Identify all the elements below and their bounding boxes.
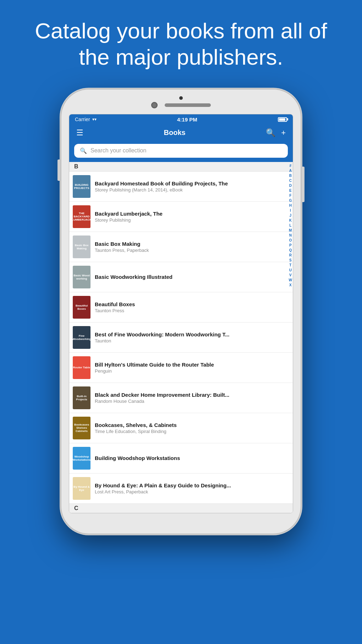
alpha-letter-g[interactable]: G (289, 198, 292, 203)
alpha-letter-a[interactable]: A (289, 168, 292, 173)
menu-icon[interactable]: ☰ (76, 128, 83, 137)
nav-actions: 🔍 + (266, 128, 286, 137)
alpha-letter-k[interactable]: K (289, 218, 292, 223)
search-bar[interactable]: 🔍 Search your collection (74, 144, 288, 158)
book-subtitle: Time Life Education, Spiral Binding (95, 429, 288, 434)
book-title: Beautiful Boxes (95, 301, 288, 307)
alpha-letter-s[interactable]: S (289, 258, 292, 263)
front-dot (179, 96, 183, 100)
alpha-letter-o[interactable]: O (289, 238, 292, 243)
book-subtitle: Taunton Press, Paperback (95, 248, 288, 253)
book-info: Basic Woodworking Illustrated (95, 274, 288, 280)
book-cover: Built-in Projects (73, 386, 90, 409)
book-cover: Router Table (73, 356, 90, 379)
book-cover: Beautiful Boxes (73, 296, 90, 319)
book-info: Basic Box MakingTaunton Press, Paperback (95, 241, 288, 253)
search-bar-container: 🔍 Search your collection (69, 141, 293, 162)
book-info: Black and Decker Home Improvement Librar… (95, 392, 288, 404)
book-cover: Basic Wood working (73, 266, 90, 288)
book-title: Bill Hylton's Ultimate Guide to the Rout… (95, 362, 288, 368)
screen: Carrier ▾▾ 4:19 PM ☰ Books 🔍 + (69, 114, 293, 513)
alpha-letter-i[interactable]: I (290, 208, 291, 213)
alpha-letter-t[interactable]: T (289, 263, 291, 267)
book-item[interactable]: BUILDING PROJECTSBackyard Homestead Book… (69, 172, 293, 202)
phone-wrapper: Carrier ▾▾ 4:19 PM ☰ Books 🔍 + (0, 88, 362, 535)
status-bar: Carrier ▾▾ 4:19 PM (69, 114, 293, 125)
section-header-b: B (69, 162, 293, 172)
book-item[interactable]: Built-in ProjectsBlack and Decker Home I… (69, 383, 293, 413)
book-title: Bookcases, Shelves, & Cabinets (95, 422, 288, 428)
add-icon[interactable]: + (281, 128, 286, 137)
alpha-letter-c[interactable]: C (289, 178, 292, 183)
status-right (278, 117, 287, 122)
book-item[interactable]: THE BACKYARD LUMBERJACKBackyard Lumberja… (69, 202, 293, 232)
book-item[interactable]: Router TableBill Hylton's Ultimate Guide… (69, 353, 293, 383)
book-list: B BUILDING PROJECTSBackyard Homestead Bo… (69, 162, 293, 513)
alpha-letter-u[interactable]: U (289, 268, 292, 272)
alpha-letter-v[interactable]: V (289, 273, 292, 277)
book-item[interactable]: Woodshop WorkstationsBuilding Woodshop W… (69, 443, 293, 473)
alpha-letter-l[interactable]: L (289, 223, 291, 228)
book-subtitle: Storey Publishing (95, 217, 288, 223)
book-info: Best of Fine Woodworking: Modern Woodwor… (95, 331, 288, 343)
alpha-letter-#[interactable]: # (289, 163, 291, 168)
search-bar-icon: 🔍 (80, 147, 87, 154)
phone-top (69, 99, 293, 114)
book-item[interactable]: Basic Wood workingBasic Woodworking Illu… (69, 262, 293, 292)
book-info: By Hound & Eye: A Plain & Easy Guide to … (95, 482, 288, 494)
front-camera (151, 102, 158, 108)
book-subtitle: Random House Canada (95, 399, 288, 404)
carrier-info: Carrier ▾▾ (75, 117, 97, 122)
book-cover: THE BACKYARD LUMBERJACK (73, 205, 90, 228)
book-item[interactable]: Basic Box MakingBasic Box MakingTaunton … (69, 232, 293, 262)
book-item[interactable]: Bookcases Shelves CabinetsBookcases, She… (69, 413, 293, 443)
book-subtitle: Storey Publishing (March 14, 2014), eBoo… (95, 187, 288, 193)
alpha-letter-h[interactable]: H (289, 203, 292, 208)
alpha-letter-x[interactable]: X (289, 283, 292, 287)
book-info: Backyard Lumberjack, TheStorey Publishin… (95, 211, 288, 223)
wifi-icon: ▾▾ (92, 117, 97, 122)
alpha-letter-n[interactable]: N (289, 233, 292, 238)
alpha-letter-f[interactable]: F (289, 193, 291, 198)
section-header-c: C (69, 504, 293, 513)
books-container: BUILDING PROJECTSBackyard Homestead Book… (69, 172, 293, 504)
speaker (165, 103, 211, 107)
book-info: Bookcases, Shelves, & CabinetsTime Life … (95, 422, 288, 434)
status-time: 4:19 PM (177, 117, 197, 123)
book-cover: Basic Box Making (73, 236, 90, 258)
book-subtitle: Taunton (95, 338, 288, 343)
book-title: Black and Decker Home Improvement Librar… (95, 392, 288, 398)
alpha-letter-p[interactable]: P (289, 243, 292, 248)
battery-icon (278, 117, 287, 122)
book-subtitle: Lost Art Press, Paperback (95, 489, 288, 494)
nav-bar: ☰ Books 🔍 + (69, 125, 293, 141)
alpha-letter-e[interactable]: E (289, 188, 292, 193)
book-title: By Hound & Eye: A Plain & Easy Guide to … (95, 482, 288, 488)
book-subtitle: Taunton Press (95, 308, 288, 313)
book-subtitle: Penguin (95, 368, 288, 374)
search-input[interactable]: Search your collection (90, 147, 146, 154)
alpha-letter-r[interactable]: R (289, 253, 292, 258)
alpha-letter-m[interactable]: M (289, 228, 292, 233)
alpha-letter-b[interactable]: B (289, 173, 292, 178)
book-item[interactable]: By Hound & EyeBy Hound & Eye: A Plain & … (69, 473, 293, 504)
book-title: Building Woodshop Workstations (95, 455, 288, 461)
search-icon[interactable]: 🔍 (266, 128, 275, 137)
phone: Carrier ▾▾ 4:19 PM ☰ Books 🔍 + (60, 88, 302, 535)
book-info: Bill Hylton's Ultimate Guide to the Rout… (95, 362, 288, 374)
nav-title: Books (164, 129, 186, 137)
book-title: Basic Woodworking Illustrated (95, 274, 288, 280)
book-cover: Fine Woodworking (73, 326, 90, 349)
alpha-letter-d[interactable]: D (289, 183, 292, 188)
alpha-letter-j[interactable]: J (289, 213, 291, 218)
alpha-letter-q[interactable]: Q (289, 248, 292, 253)
book-info: Building Woodshop Workstations (95, 455, 288, 461)
alpha-letter-w[interactable]: W (289, 278, 292, 282)
book-cover: Bookcases Shelves Cabinets (73, 417, 90, 439)
book-item[interactable]: Fine WoodworkingBest of Fine Woodworking… (69, 323, 293, 353)
book-item[interactable]: Beautiful BoxesBeautiful BoxesTaunton Pr… (69, 292, 293, 323)
alpha-index: #ABCDEFGHIJKLMNOPQRSTUVWX (289, 162, 292, 289)
book-info: Beautiful BoxesTaunton Press (95, 301, 288, 313)
hero-text: Catalog your books from all of the major… (0, 0, 362, 81)
book-info: Backyard Homestead Book of Building Proj… (95, 180, 288, 193)
